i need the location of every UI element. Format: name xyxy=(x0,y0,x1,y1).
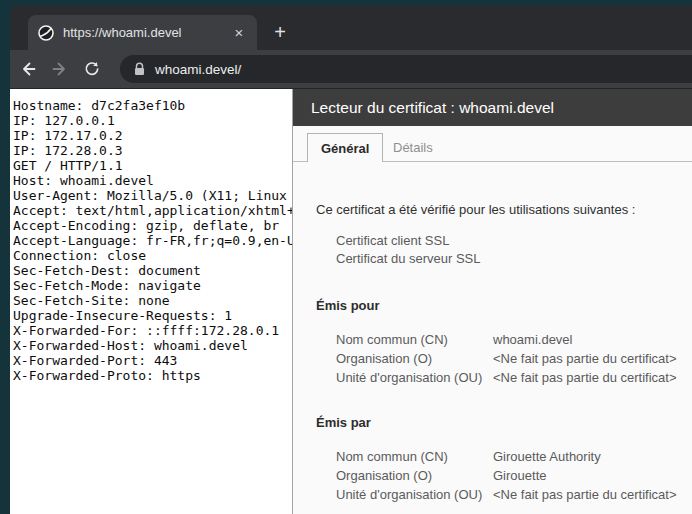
usage-item: Certificat du serveur SSL xyxy=(336,250,692,268)
header-line: GET / HTTP/1.1 xyxy=(13,158,292,173)
header-line: Accept-Language: fr-FR,fr;q=0.9,en-U xyxy=(13,233,292,248)
field-value: Girouette xyxy=(493,466,692,485)
back-button[interactable] xyxy=(12,53,44,85)
url-address-bar[interactable]: whoami.devel/ xyxy=(120,55,692,83)
header-line: X-Forwarded-Port: 443 xyxy=(13,353,292,368)
issued-to-heading: Émis pour xyxy=(316,298,692,314)
tab-title: https://whoami.devel xyxy=(63,25,229,40)
header-line: Sec-Fetch-Site: none xyxy=(13,293,292,308)
field-label: Unité d'organisation (OU) xyxy=(336,368,493,387)
header-line: X-Forwarded-Host: whoami.devel xyxy=(13,338,292,353)
field-label: Nom commun (CN) xyxy=(336,447,493,466)
usage-item: Certificat client SSL xyxy=(336,232,692,250)
tab-close-icon[interactable]: × xyxy=(229,23,249,43)
browser-tab[interactable]: https://whoami.devel × xyxy=(28,15,257,50)
field-label: Unité d'organisation (OU) xyxy=(336,485,493,504)
header-line: Accept-Encoding: gzip, deflate, br xyxy=(13,218,292,233)
field-value: <Ne fait pas partie du certificat> xyxy=(493,368,692,387)
whoami-response-text: Hostname: d7c2fa3ef10bIP: 127.0.0.1IP: 1… xyxy=(10,89,292,514)
forward-arrow-icon xyxy=(51,60,69,78)
issued-by-heading: Émis par xyxy=(316,415,692,431)
header-line: Sec-Fetch-Mode: navigate xyxy=(13,278,292,293)
certificate-viewer-dialog: Lecteur du certificat : whoami.devel Gén… xyxy=(292,89,692,514)
page-area: Hostname: d7c2fa3ef10bIP: 127.0.0.1IP: 1… xyxy=(10,89,692,514)
header-line: Connection: close xyxy=(13,248,292,263)
back-arrow-icon xyxy=(19,60,37,78)
navigation-toolbar: whoami.devel/ xyxy=(10,50,692,89)
field-value: Girouette Authority xyxy=(493,447,692,466)
issued-by-fields: Nom commun (CN) Girouette Authority Orga… xyxy=(336,447,692,504)
header-line: Accept: text/html,application/xhtml+ xyxy=(13,203,292,218)
header-line: IP: 172.17.0.2 xyxy=(13,128,292,143)
reload-icon xyxy=(83,60,101,78)
header-line: Host: whoami.devel xyxy=(13,173,292,188)
header-line: IP: 172.28.0.3 xyxy=(13,143,292,158)
issued-to-fields: Nom commun (CN) whoami.devel Organisatio… xyxy=(336,330,692,387)
tab-bar: https://whoami.devel × + xyxy=(10,5,692,50)
header-line: X-Forwarded-For: ::ffff:172.28.0.1 xyxy=(13,323,292,338)
header-line: Upgrade-Insecure-Requests: 1 xyxy=(13,308,292,323)
new-tab-button[interactable]: + xyxy=(266,18,294,46)
field-value: <Ne fait pas partie du certificat> xyxy=(493,485,692,504)
header-line: IP: 127.0.0.1 xyxy=(13,113,292,128)
field-label: Organisation (O) xyxy=(336,466,493,485)
header-line: Sec-Fetch-Dest: document xyxy=(13,263,292,278)
header-line: User-Agent: Mozilla/5.0 (X11; Linux xyxy=(13,188,292,203)
browser-window: https://whoami.devel × + xyxy=(10,5,692,514)
field-label: Nom commun (CN) xyxy=(336,330,493,349)
reload-button[interactable] xyxy=(76,53,108,85)
field-value: <Ne fait pas partie du certificat> xyxy=(493,349,692,368)
field-label: Organisation (O) xyxy=(336,349,493,368)
forward-button[interactable] xyxy=(44,53,76,85)
site-favicon-icon xyxy=(38,25,54,41)
header-line: X-Forwarded-Proto: https xyxy=(13,368,292,383)
verified-usages-heading: Ce certificat a été vérifié pour les uti… xyxy=(316,202,682,218)
url-text: whoami.devel/ xyxy=(155,62,241,77)
tab-details[interactable]: Détails xyxy=(380,133,446,161)
certificate-general-panel: Ce certificat a été vérifié pour les uti… xyxy=(293,202,692,504)
usage-list: Certificat client SSL Certificat du serv… xyxy=(336,232,692,268)
field-value: whoami.devel xyxy=(493,330,692,349)
dialog-title: Lecteur du certificat : whoami.devel xyxy=(293,89,692,126)
lock-icon[interactable] xyxy=(133,62,146,76)
header-line: Hostname: d7c2fa3ef10b xyxy=(13,98,292,113)
dialog-tab-strip: Général Détails xyxy=(293,126,692,162)
tab-general[interactable]: Général xyxy=(307,133,383,162)
